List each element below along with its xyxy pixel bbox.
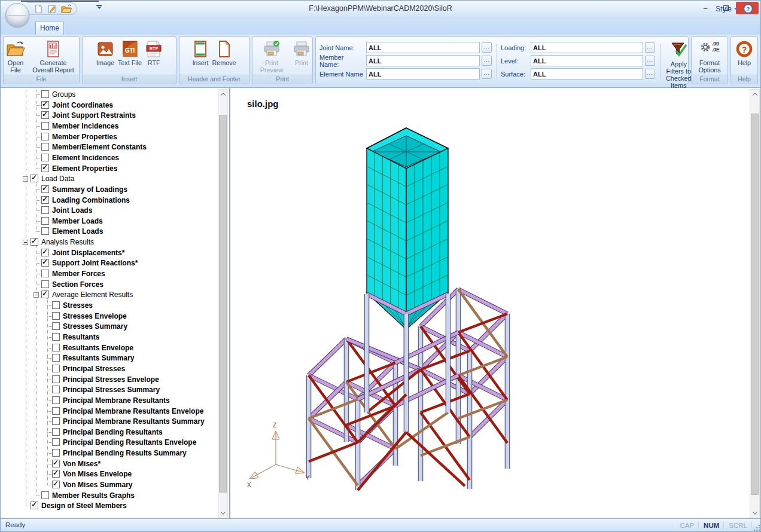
tree-item[interactable]: ✓Average Element Results: [1, 290, 217, 300]
preview-scroll-thumb[interactable]: [751, 114, 759, 495]
tree-checkbox[interactable]: ✓: [41, 101, 49, 109]
surface-input[interactable]: [531, 68, 643, 80]
apply-filters-button[interactable]: Apply Filters to Checked Items: [664, 40, 693, 89]
tree-checkbox[interactable]: ✓: [41, 249, 49, 256]
header-footer-insert-button[interactable]: Insert: [190, 39, 210, 66]
tree-checkbox[interactable]: [41, 143, 49, 151]
tree-expander-minus[interactable]: [23, 240, 28, 245]
tree-checkbox[interactable]: [41, 280, 49, 288]
insert-image-button[interactable]: Image: [95, 39, 116, 66]
tree-item[interactable]: Section Forces: [1, 280, 217, 290]
tree-item[interactable]: Groups: [1, 90, 217, 100]
tree-item[interactable]: Member/Element Constants: [1, 142, 217, 152]
tree-checkbox[interactable]: ✓: [41, 185, 49, 193]
tree-item[interactable]: ✓Joint Displacements*: [1, 248, 217, 258]
tree-item[interactable]: Principal Bending Resultants: [1, 427, 217, 438]
tree-checkbox[interactable]: [52, 407, 60, 415]
tree-checkbox[interactable]: ✓: [31, 502, 38, 509]
tree-item[interactable]: Stresses Summary: [1, 322, 217, 332]
ribbon-help-icon[interactable]: ?: [743, 4, 753, 16]
help-button[interactable]: ? Help: [733, 39, 755, 66]
member-name-browse-button[interactable]: ...: [482, 56, 492, 66]
tree-item[interactable]: Principal Membrane Resultants Summary: [1, 417, 217, 427]
tree-item[interactable]: Resultants Summary: [1, 353, 217, 363]
element-name-input[interactable]: [366, 68, 480, 80]
insert-text-file-button[interactable]: GTI Text File: [116, 39, 144, 66]
tree-item[interactable]: ✓Summary of Loadings: [1, 185, 217, 195]
tree-item[interactable]: ✓Von Mises*: [1, 459, 217, 469]
tree-checkbox[interactable]: ✓: [52, 460, 60, 467]
tree-checkbox[interactable]: [41, 491, 49, 499]
tree-expander-minus[interactable]: [23, 176, 28, 182]
tree-checkbox[interactable]: [52, 438, 60, 446]
tree-checkbox[interactable]: [52, 301, 60, 309]
tree-scroll-thumb[interactable]: [219, 115, 227, 493]
tree-checkbox[interactable]: ✓: [41, 291, 49, 298]
tree-checkbox[interactable]: [52, 322, 60, 330]
tree-checkbox[interactable]: [41, 217, 49, 225]
tree-checkbox[interactable]: [52, 386, 60, 393]
open-folder-icon[interactable]: [61, 4, 72, 14]
tree-item[interactable]: ✓Von Mises Envelope: [1, 469, 217, 479]
level-input[interactable]: [531, 55, 643, 66]
preview-scroll-up[interactable]: [750, 90, 759, 99]
tree-item[interactable]: Element Loads: [1, 227, 217, 237]
edit-document-icon[interactable]: [47, 4, 57, 14]
tree-checkbox[interactable]: [52, 375, 60, 383]
tree-item[interactable]: Resultants Envelope: [1, 343, 217, 353]
tree-item[interactable]: ✓Loading Combinations: [1, 195, 217, 206]
header-footer-remove-button[interactable]: Remove: [210, 39, 238, 66]
joint-name-browse-button[interactable]: ...: [482, 42, 492, 53]
tree-checkbox[interactable]: [52, 428, 60, 436]
style-menu[interactable]: Style: [716, 5, 738, 13]
qat-customize-dropdown[interactable]: [96, 5, 102, 9]
insert-rtf-button[interactable]: RTF RTF: [144, 39, 164, 66]
tree-checkbox[interactable]: ✓: [41, 196, 49, 204]
tree-checkbox[interactable]: [41, 154, 49, 161]
loading-browse-button[interactable]: ...: [645, 42, 655, 53]
tree-item[interactable]: Joint Loads: [1, 206, 217, 216]
tree-checkbox[interactable]: [41, 227, 49, 235]
tree-checkbox[interactable]: ✓: [52, 481, 60, 488]
tree-checkbox[interactable]: [52, 417, 60, 425]
level-browse-button[interactable]: ...: [645, 56, 655, 66]
tree-checkbox[interactable]: ✓: [41, 259, 49, 267]
preview-scrollbar[interactable]: [750, 89, 760, 518]
tree-checkbox[interactable]: [41, 270, 49, 277]
tree-item[interactable]: Member Forces: [1, 269, 217, 279]
tree-item[interactable]: Principal Bending Resultants Envelope: [1, 438, 217, 448]
tree-item[interactable]: Principal Membrane Resultants: [1, 396, 217, 406]
tree-item[interactable]: ✓Load Data: [1, 174, 217, 184]
tree-item[interactable]: Member Results Graphs: [1, 491, 217, 501]
resize-grip[interactable]: [753, 524, 760, 531]
tree-checkbox[interactable]: ✓: [41, 111, 49, 119]
tree-checkbox[interactable]: [52, 354, 60, 362]
tree-item[interactable]: Element Incidences: [1, 153, 217, 163]
tree-item[interactable]: ✓Design of Steel Members: [1, 501, 217, 511]
tree-checkbox[interactable]: [52, 312, 60, 320]
tree-item[interactable]: ✓Von Mises Summary: [1, 480, 217, 490]
tree-checkbox[interactable]: ✓: [41, 164, 49, 172]
application-orb-button[interactable]: [5, 3, 29, 27]
tree-item[interactable]: ✓Analysis Results: [1, 237, 217, 247]
tree-scroll-up[interactable]: [218, 90, 227, 99]
tree-checkbox[interactable]: [52, 365, 60, 372]
tree-item[interactable]: Stresses: [1, 301, 217, 311]
tree-item[interactable]: ✓Joint Coordinates: [1, 100, 217, 111]
tree-item[interactable]: ✓Joint Support Restraints: [1, 111, 217, 121]
new-document-icon[interactable]: [34, 4, 43, 14]
tree-checkbox[interactable]: ✓: [52, 470, 60, 478]
tree-item[interactable]: Stresses Envelope: [1, 311, 217, 322]
generate-overall-report-button[interactable]: Generate Overall Report: [28, 39, 79, 74]
tab-home[interactable]: Home: [35, 21, 64, 35]
tree-checkbox[interactable]: [52, 344, 60, 351]
tree-checkbox[interactable]: [41, 122, 49, 130]
loading-input[interactable]: [531, 42, 643, 53]
member-name-input[interactable]: [366, 55, 480, 66]
tree-item[interactable]: Principal Bending Results Summary: [1, 448, 217, 458]
format-options-button[interactable]: .00 .0E Format Options: [692, 39, 727, 74]
minimize-button[interactable]: –: [695, 2, 716, 14]
surface-browse-button[interactable]: ...: [645, 69, 655, 79]
tree-checkbox[interactable]: [52, 449, 60, 457]
tree-item[interactable]: ✓Support Joint Reactions*: [1, 258, 217, 268]
